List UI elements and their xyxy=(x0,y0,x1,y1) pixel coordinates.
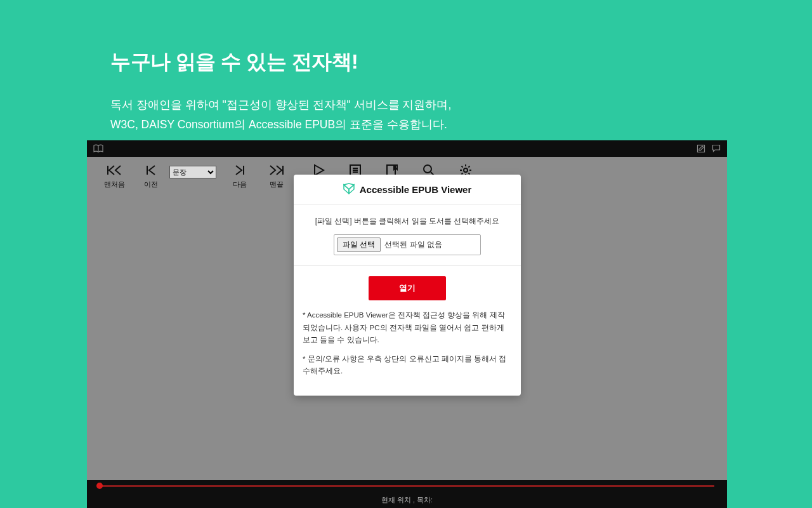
unit-select[interactable]: 문장 xyxy=(169,166,216,178)
edit-icon[interactable] xyxy=(697,144,705,153)
go-first-button[interactable]: 맨처음 xyxy=(96,163,133,189)
status-text: 현재 위치 , 목차: xyxy=(381,495,433,505)
svg-point-4 xyxy=(464,168,468,172)
hero-description: 독서 장애인을 위하여 "접근성이 향상된 전자책" 서비스를 지원하며, W3… xyxy=(110,95,812,134)
open-button[interactable]: 열기 xyxy=(369,276,446,300)
go-prev-button[interactable]: 이전 xyxy=(133,163,169,189)
svg-rect-0 xyxy=(698,145,705,152)
file-selected-label: 선택된 파일 없음 xyxy=(384,239,442,250)
file-select-instruction: [파일 선택] 버튼을 클릭해서 읽을 도서를 선택해주세요 xyxy=(303,216,512,227)
progress-thumb[interactable] xyxy=(96,483,103,489)
modal-title: Accessible EPUB Viewer xyxy=(360,184,471,195)
window-titlebar xyxy=(87,140,727,157)
app-logo-icon xyxy=(343,183,355,196)
go-next-button[interactable]: 다음 xyxy=(221,163,258,189)
epub-viewer-window: 맨처음 이전 문장 다음 맨끝 xyxy=(87,140,727,508)
progress-track[interactable] xyxy=(100,485,714,487)
hero-title: 누구나 읽을 수 있는 전자책! xyxy=(110,48,812,76)
book-icon[interactable] xyxy=(93,144,103,153)
svg-point-3 xyxy=(424,165,431,173)
modal-header: Accessible EPUB Viewer xyxy=(294,175,521,204)
modal-note-1: * Accessible EPUB Viewer은 전자책 접근성 향상을 위해… xyxy=(303,309,512,347)
file-open-modal: Accessible EPUB Viewer [파일 선택] 버튼을 클릭해서 … xyxy=(294,175,521,396)
status-bar: 현재 위치 , 목차: xyxy=(87,491,727,508)
file-input-wrapper: 파일 선택 선택된 파일 없음 xyxy=(334,234,481,255)
comment-icon[interactable] xyxy=(712,144,721,153)
progress-bar[interactable] xyxy=(87,480,727,491)
file-select-button[interactable]: 파일 선택 xyxy=(337,237,381,252)
go-last-button[interactable]: 맨끝 xyxy=(258,163,295,189)
modal-note-2: * 문의/오류 사항은 우측 상단의 오류신고 페이지를 통해서 접수해주세요. xyxy=(303,353,512,378)
